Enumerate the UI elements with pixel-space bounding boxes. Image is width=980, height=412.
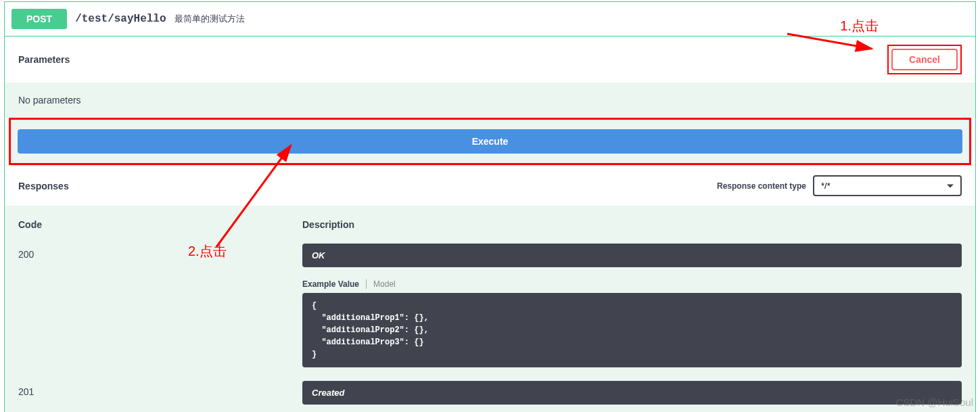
execute-highlight-box: Execute [9, 118, 971, 165]
response-code: 200 [18, 244, 302, 367]
parameters-section-header: Parameters Cancel [5, 37, 975, 83]
operation-header[interactable]: POST /test/sayHello 最简单的测试方法 [5, 2, 975, 37]
response-description-col: Created [302, 381, 962, 405]
responses-table-header: Code Description [18, 206, 962, 237]
endpoint-description: 最简单的测试方法 [174, 13, 245, 25]
example-tabs: Example Value Model [302, 279, 962, 289]
description-column-header: Description [302, 219, 962, 230]
tab-example-value[interactable]: Example Value [302, 279, 366, 289]
response-code: 201 [18, 381, 302, 405]
http-method-badge: POST [11, 9, 67, 29]
cancel-highlight-box: Cancel [887, 45, 962, 74]
operation-block: POST /test/sayHello 最简单的测试方法 Parameters … [4, 1, 976, 412]
no-parameters-text: No parameters [5, 83, 975, 118]
content-type-select-wrap: */* [813, 175, 962, 196]
endpoint-path: /test/sayHello [75, 13, 166, 25]
execute-button[interactable]: Execute [18, 129, 962, 154]
parameters-title: Parameters [18, 54, 70, 65]
response-row: 201 Created [18, 367, 962, 405]
responses-title: Responses [18, 181, 69, 191]
code-column-header: Code [18, 219, 302, 230]
example-code-block[interactable]: { "additionalProp1": {}, "additionalProp… [302, 293, 962, 367]
tab-model[interactable]: Model [366, 279, 396, 289]
response-description-box: Created [302, 381, 962, 405]
cancel-button[interactable]: Cancel [891, 49, 958, 70]
content-type-label: Response content type [717, 181, 806, 191]
responses-section-header: Responses Response content type */* [5, 165, 975, 206]
content-type-group: Response content type */* [717, 175, 962, 196]
responses-body: Code Description 200 OK Example Value Mo… [5, 206, 975, 412]
response-description-col: OK Example Value Model { "additionalProp… [302, 244, 962, 367]
response-row: 200 OK Example Value Model { "additional… [18, 237, 962, 367]
content-type-select[interactable]: */* [813, 175, 962, 196]
response-description-box: OK [302, 244, 962, 267]
